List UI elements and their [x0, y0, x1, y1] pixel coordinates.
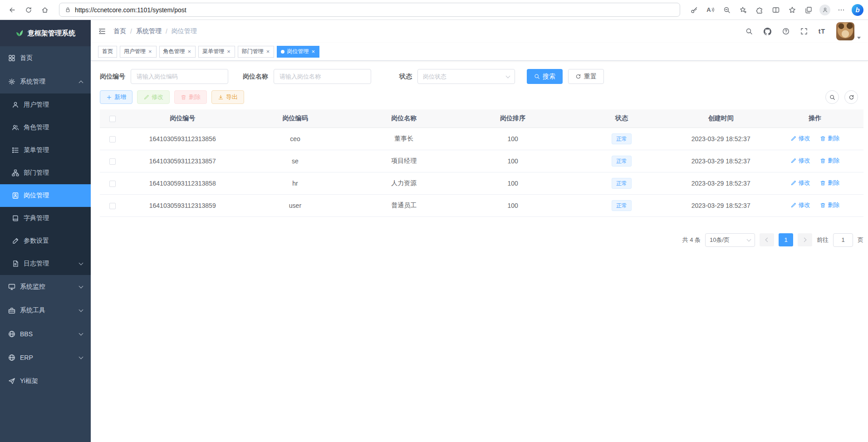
- url-input[interactable]: [75, 6, 674, 14]
- tab-close-icon[interactable]: ×: [266, 49, 270, 54]
- row-edit-label: 修改: [798, 157, 810, 165]
- password-key-button[interactable]: [687, 2, 702, 18]
- chevron-down-icon: [79, 355, 83, 359]
- extensions-button[interactable]: [752, 2, 767, 18]
- breadcrumb-system[interactable]: 系统管理: [136, 27, 162, 35]
- header-search-button[interactable]: [745, 28, 753, 35]
- add-favorite-button[interactable]: [736, 2, 751, 18]
- tab-menu-mgmt[interactable]: 菜单管理 ×: [198, 46, 235, 58]
- tab-label: 角色管理: [163, 48, 185, 55]
- refresh-icon: [25, 6, 32, 14]
- star-icon: [789, 6, 796, 14]
- font-size-button[interactable]: tT: [819, 28, 825, 35]
- sidebar-item-menu-mgmt[interactable]: 菜单管理: [0, 139, 91, 162]
- tab-home[interactable]: 首页: [98, 46, 117, 58]
- browser-menu-button[interactable]: [834, 2, 849, 18]
- sidebar-item-post-mgmt[interactable]: 岗位管理: [0, 184, 91, 207]
- sidebar-item-erp[interactable]: ERP: [0, 346, 91, 369]
- sidebar-item-dept-mgmt[interactable]: 部门管理: [0, 162, 91, 184]
- status-label: 状态: [399, 73, 412, 81]
- github-button[interactable]: [764, 28, 771, 35]
- docs-help-button[interactable]: [782, 28, 790, 35]
- github-icon: [764, 28, 771, 35]
- zoom-out-icon: [723, 6, 731, 14]
- add-button[interactable]: 新增: [100, 90, 132, 104]
- tab-close-icon[interactable]: ×: [187, 49, 192, 54]
- sidebar-item-user-mgmt[interactable]: 用户管理: [0, 93, 91, 116]
- bing-logo-icon: b: [855, 6, 859, 14]
- row-checkbox[interactable]: [109, 136, 116, 142]
- row-edit-button[interactable]: 修改: [790, 179, 810, 187]
- sidebar-item-system-mgmt[interactable]: 系统管理: [0, 70, 91, 93]
- download-icon: [218, 94, 224, 100]
- select-all-checkbox[interactable]: [109, 116, 116, 122]
- sidebar-item-yi-framework[interactable]: Yi框架: [0, 369, 91, 393]
- post-name-input[interactable]: [274, 69, 371, 84]
- tab-close-icon[interactable]: ×: [226, 49, 231, 54]
- tab-close-icon[interactable]: ×: [311, 49, 315, 54]
- trash-icon: [820, 136, 826, 142]
- sidebar-item-system-monitor[interactable]: 系统监控: [0, 275, 91, 299]
- row-delete-button[interactable]: 删除: [820, 157, 839, 165]
- row-edit-button[interactable]: 修改: [790, 134, 810, 142]
- navbar-actions: tT: [745, 22, 861, 40]
- tab-user-mgmt[interactable]: 用户管理 ×: [120, 46, 157, 58]
- browser-back-button[interactable]: [5, 2, 20, 18]
- collections-button[interactable]: [801, 2, 816, 18]
- sidebar-item-log-mgmt[interactable]: 日志管理: [0, 252, 91, 275]
- refresh-table-button[interactable]: [844, 90, 858, 104]
- user-menu[interactable]: [836, 22, 861, 40]
- row-delete-button[interactable]: 删除: [820, 179, 839, 187]
- edit-button[interactable]: 修改: [137, 90, 170, 104]
- zoom-button[interactable]: [719, 2, 735, 18]
- search-button[interactable]: 搜索: [527, 69, 563, 84]
- tab-role-mgmt[interactable]: 角色管理 ×: [159, 46, 196, 58]
- status-select[interactable]: 岗位状态: [417, 69, 515, 84]
- breadcrumb-home[interactable]: 首页: [113, 27, 126, 35]
- row-delete-button[interactable]: 删除: [820, 134, 839, 142]
- sidebar-item-param-settings[interactable]: 参数设置: [0, 230, 91, 252]
- edit-icon: [790, 180, 796, 186]
- goto-page-input[interactable]: [833, 233, 853, 247]
- sidebar-item-home[interactable]: 首页: [0, 46, 91, 70]
- export-button[interactable]: 导出: [211, 90, 244, 104]
- delete-button[interactable]: 删除: [174, 90, 207, 104]
- tags-view: 首页 用户管理 × 角色管理 × 菜单管理 × 部门管理 × 岗位管理 ×: [91, 43, 868, 61]
- page-size-select[interactable]: 10条/页: [705, 233, 755, 247]
- tab-post-mgmt[interactable]: 岗位管理 ×: [277, 46, 319, 58]
- sidebar-toggle-button[interactable]: [98, 27, 106, 35]
- sidebar-item-dict-mgmt[interactable]: 字典管理: [0, 207, 91, 230]
- row-checkbox[interactable]: [109, 203, 116, 209]
- home-icon: [41, 6, 49, 14]
- row-checkbox[interactable]: [109, 181, 116, 187]
- sidebar-item-label: 系统工具: [20, 306, 45, 314]
- row-checkbox[interactable]: [109, 158, 116, 165]
- tab-dept-mgmt[interactable]: 部门管理 ×: [238, 46, 275, 58]
- reset-button[interactable]: 重置: [568, 69, 604, 84]
- row-edit-button[interactable]: 修改: [790, 157, 810, 165]
- next-page-button[interactable]: [798, 233, 812, 246]
- fullscreen-button[interactable]: [800, 28, 808, 35]
- browser-refresh-button[interactable]: [21, 2, 36, 18]
- favorites-button[interactable]: [785, 2, 800, 18]
- row-delete-button[interactable]: 删除: [820, 201, 839, 209]
- site-info-icon[interactable]: [65, 7, 71, 13]
- toggle-search-button[interactable]: [825, 90, 839, 104]
- post-code-input[interactable]: [131, 69, 228, 84]
- sidebar-item-bbs[interactable]: BBS: [0, 322, 91, 346]
- bing-chat-button[interactable]: b: [852, 4, 863, 16]
- split-screen-button[interactable]: [768, 2, 784, 18]
- prev-page-button[interactable]: [760, 233, 774, 246]
- tab-label: 菜单管理: [202, 48, 224, 55]
- address-bar[interactable]: [59, 3, 680, 17]
- sidebar-item-system-tools[interactable]: 系统工具: [0, 299, 91, 322]
- row-edit-button[interactable]: 修改: [790, 201, 810, 209]
- browser-home-button[interactable]: [37, 2, 53, 18]
- browser-profile-button[interactable]: [817, 2, 833, 18]
- tab-close-icon[interactable]: ×: [148, 49, 152, 54]
- user-avatar[interactable]: [836, 22, 854, 40]
- read-aloud-button[interactable]: A: [703, 2, 718, 18]
- search-icon: [534, 74, 540, 79]
- page-number-button[interactable]: 1: [779, 233, 793, 246]
- sidebar-item-role-mgmt[interactable]: 角色管理: [0, 116, 91, 139]
